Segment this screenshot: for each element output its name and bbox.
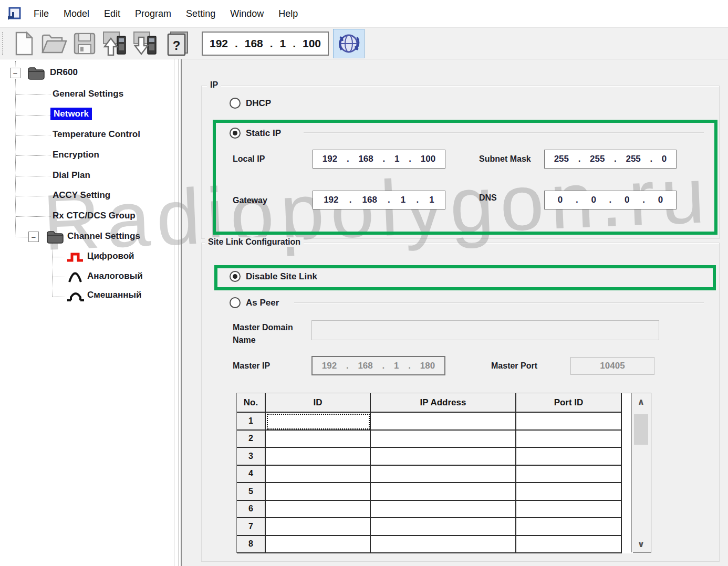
menu-item-model[interactable]: Model [56, 8, 97, 19]
dns-label: DNS [479, 193, 497, 203]
cell-ip-4[interactable] [371, 466, 516, 484]
disable-site-link-radio-row: Disable Site Link [230, 271, 317, 282]
menu-item-program[interactable]: Program [128, 8, 179, 19]
col-header-no[interactable]: No. [237, 393, 266, 413]
panel-splitter[interactable] [174, 59, 174, 566]
as-peer-label: As Peer [246, 298, 279, 308]
tree-item-channel-settings[interactable]: Channel Settings [67, 231, 140, 242]
master-domain-name-label: Master Domain Name [233, 321, 297, 347]
cell-ip-6[interactable] [371, 501, 516, 519]
cell-ip-3[interactable] [371, 448, 516, 466]
cell-id-1[interactable] [266, 413, 371, 431]
read-from-radio-button[interactable] [130, 30, 161, 57]
cell-ip-7[interactable] [371, 518, 516, 536]
tree-collapse-box-dr600[interactable]: − [10, 68, 20, 78]
row-number: 5 [237, 483, 266, 501]
open-file-button[interactable] [39, 30, 69, 57]
table-scrollbar[interactable]: ∧ ∨ [631, 393, 651, 552]
tree-item-encryption[interactable]: Encryption [53, 150, 99, 160]
folder-icon [27, 66, 45, 80]
col-header-port-id[interactable]: Port ID [516, 393, 622, 413]
gateway-label: Gateway [233, 196, 267, 205]
subnet-mask-field[interactable]: 255.255.255.0 [544, 150, 677, 169]
menu-item-edit[interactable]: Edit [97, 8, 128, 19]
tree-item-rx-ctc-dcs-group[interactable]: Rx CTC/DCS Group [53, 211, 136, 221]
col-header-id[interactable]: ID [266, 393, 371, 413]
tree-item-dr600[interactable]: DR600 [50, 67, 78, 78]
write-to-radio-button[interactable] [100, 30, 130, 57]
cell-port-1[interactable] [516, 413, 622, 431]
cell-id-4[interactable] [266, 466, 371, 484]
cell-ip-5[interactable] [371, 483, 516, 501]
cell-port-3[interactable] [516, 448, 622, 466]
dhcp-radio[interactable] [230, 98, 241, 109]
svg-text:?: ? [173, 38, 181, 53]
tree-connector [53, 243, 53, 297]
cell-port-4[interactable] [516, 466, 622, 484]
master-port-field: 10405 [570, 357, 654, 375]
col-header-ip-address[interactable]: IP Address [371, 393, 516, 413]
gateway-field[interactable]: 192.168.1.1 [313, 191, 445, 209]
tree-item-dial-plan[interactable]: Dial Plan [53, 170, 90, 181]
target-ip-input[interactable]: 192.168.1.100 [202, 32, 329, 56]
static-ip-radio[interactable] [230, 128, 241, 139]
dns-field[interactable]: 0.0.0.0 [544, 191, 677, 209]
local-ip-field[interactable]: 192.168.1.100 [313, 150, 445, 169]
cell-id-5[interactable] [266, 483, 371, 501]
menu-item-help[interactable]: Help [271, 8, 305, 19]
subnet-mask-label: Subnet Mask [479, 154, 531, 164]
tree-connector [53, 257, 65, 257]
cell-id-7[interactable] [266, 518, 371, 536]
tree-item-general-settings[interactable]: General Settings [53, 89, 123, 99]
menu-item-window[interactable]: Window [223, 8, 271, 19]
table-row: 7 [237, 518, 651, 536]
tree-item-accy-setting[interactable]: ACCY Setting [53, 190, 110, 201]
cell-port-6[interactable] [516, 501, 622, 519]
cell-port-7[interactable] [516, 518, 622, 536]
tree-collapse-box-channel-settings[interactable]: − [28, 232, 39, 242]
tree-item-mixed-analog[interactable]: Аналоговый [87, 271, 143, 281]
scrollbar-thumb[interactable] [634, 414, 648, 445]
new-file-button[interactable] [8, 30, 39, 57]
cell-ip-2[interactable] [371, 431, 516, 448]
cell-id-6[interactable] [266, 501, 371, 519]
cell-port-5[interactable] [516, 483, 622, 501]
save-button[interactable] [69, 30, 100, 57]
tree-connector [16, 176, 50, 176]
network-connect-button[interactable] [333, 29, 365, 58]
tree-connector [15, 61, 16, 68]
table-row: 1 [237, 413, 651, 431]
cell-id-3[interactable] [266, 448, 371, 466]
cell-port-2[interactable] [516, 431, 622, 448]
cell-port-8[interactable] [516, 536, 622, 554]
menu-item-file[interactable]: File [26, 8, 56, 19]
master-domain-name-field[interactable] [311, 320, 659, 340]
scroll-down-icon[interactable]: ∨ [632, 536, 650, 552]
menu-item-setting[interactable]: Setting [179, 8, 223, 19]
table-row: 2 [237, 431, 651, 448]
cell-id-2[interactable] [266, 431, 371, 448]
disable-site-link-radio[interactable] [230, 271, 241, 282]
tree-item-temperature-control[interactable]: Temperature Control [53, 129, 140, 140]
cell-ip-1[interactable] [371, 413, 516, 431]
ip-octet: 100 [303, 37, 321, 50]
row-number: 1 [237, 413, 266, 431]
static-ip-group-line [304, 132, 704, 133]
scroll-up-icon[interactable]: ∧ [632, 393, 650, 410]
help-book-icon: ? [165, 31, 190, 56]
table-row: 6 [237, 501, 651, 519]
tree-connector [53, 277, 65, 277]
digital-channel-icon [66, 251, 84, 263]
ip-octet: 192 [210, 37, 228, 50]
tree-item-network[interactable]: Network [50, 108, 92, 120]
tree-item-digital[interactable]: Цифровой [87, 251, 134, 261]
cell-id-8[interactable] [266, 536, 371, 554]
tree-item-mixed[interactable]: Смешанный [87, 290, 141, 300]
master-port-label: Master Port [491, 361, 537, 371]
help-button[interactable]: ? [161, 30, 194, 57]
toolbar-grip [2, 32, 5, 55]
tree-connector [53, 297, 65, 297]
local-ip-label: Local IP [233, 154, 265, 164]
as-peer-radio[interactable] [230, 297, 241, 308]
cell-ip-8[interactable] [371, 536, 516, 554]
